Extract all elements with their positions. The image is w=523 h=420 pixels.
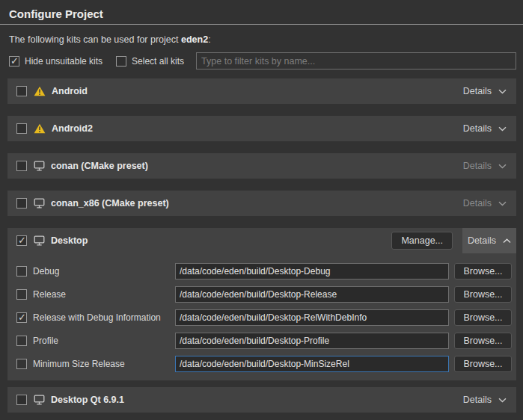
chevron-down-icon [498, 398, 507, 403]
chevron-down-icon [498, 89, 507, 94]
kit-row[interactable]: Android Details [7, 78, 516, 104]
kit-name: Android [52, 86, 88, 96]
kit-block-conan-x86: conan_x86 (CMake preset) Details [7, 191, 516, 216]
kit-block-desktop-qt: Desktop Qt 6.9.1 Details [7, 387, 516, 413]
description-suffix: : [208, 34, 210, 45]
kit-block-android2: Android2 Details [7, 116, 516, 141]
kit-checkbox[interactable] [16, 123, 27, 134]
build-config-list: Debug Browse... Release Browse... Releas… [7, 253, 516, 380]
kit-filter-input[interactable] [196, 52, 516, 70]
details-toggle[interactable]: Details [453, 116, 516, 141]
warning-icon [34, 86, 46, 96]
build-config-row-relwithdebinfo: Release with Debug Information Browse... [16, 309, 512, 326]
kit-filter-controls: Hide unsuitable kits Select all kits [9, 52, 516, 70]
page-title: Configure Project [9, 7, 514, 20]
kit-checkbox[interactable] [16, 198, 27, 209]
chevron-down-icon [498, 164, 507, 169]
kit-row[interactable]: Desktop Manage... Details [7, 228, 516, 253]
warning-icon [34, 123, 46, 134]
hide-unsuitable-kits-checkbox[interactable] [9, 56, 19, 67]
project-name: eden2 [181, 34, 208, 45]
kit-block-android: Android Details [7, 78, 516, 104]
build-dir-input[interactable] [175, 309, 449, 326]
kit-name: Desktop Qt 6.9.1 [51, 395, 124, 405]
manage-button[interactable]: Manage... [391, 232, 453, 250]
build-dir-input[interactable] [175, 333, 449, 349]
kit-block-desktop: Desktop Manage... Details Debug Browse..… [7, 228, 516, 380]
kit-checkbox[interactable] [16, 86, 27, 96]
desktop-icon [34, 161, 45, 171]
kit-name: conan_x86 (CMake preset) [51, 198, 169, 209]
description-prefix: The following kits can be used for proje… [9, 34, 181, 45]
details-toggle[interactable]: Details [453, 191, 516, 216]
details-toggle[interactable]: Details [453, 153, 516, 179]
kit-name: Desktop [51, 235, 88, 246]
kit-row[interactable]: conan_x86 (CMake preset) Details [7, 191, 516, 216]
select-all-kits-label: Select all kits [132, 56, 184, 67]
build-config-label: Minimum Size Release [33, 359, 175, 369]
details-toggle[interactable]: Details [453, 387, 516, 413]
desktop-icon [34, 198, 45, 209]
build-config-row-debug: Debug Browse... [16, 263, 512, 280]
titlebar: Configure Project [0, 0, 523, 25]
build-dir-input[interactable] [175, 263, 449, 280]
browse-button[interactable]: Browse... [454, 333, 512, 349]
browse-button[interactable]: Browse... [454, 356, 512, 372]
build-config-label: Debug [33, 266, 175, 277]
build-config-label: Release [33, 289, 175, 300]
build-config-row-release: Release Browse... [16, 286, 512, 303]
kit-list: Android Details Android2 Details [0, 78, 523, 413]
kit-checkbox[interactable] [16, 161, 27, 171]
details-toggle[interactable]: Details [462, 228, 516, 253]
build-dir-input[interactable] [175, 286, 449, 303]
build-config-checkbox[interactable] [16, 266, 27, 277]
build-config-checkbox[interactable] [16, 359, 27, 369]
build-dir-input-focused[interactable] [175, 356, 449, 372]
desktop-icon [34, 235, 45, 246]
build-config-row-minsizerel: Minimum Size Release Browse... [16, 356, 512, 372]
details-toggle[interactable]: Details [453, 78, 516, 104]
details-label: Details [463, 86, 492, 96]
build-config-checkbox[interactable] [16, 336, 27, 346]
hide-unsuitable-kits-option[interactable]: Hide unsuitable kits [9, 56, 103, 67]
kits-description: The following kits can be used for proje… [9, 34, 514, 45]
kit-row[interactable]: Desktop Qt 6.9.1 Details [7, 387, 516, 413]
build-config-label: Profile [33, 336, 175, 346]
kit-checkbox[interactable] [16, 395, 27, 405]
kit-checkbox[interactable] [16, 235, 27, 246]
build-config-row-profile: Profile Browse... [16, 333, 512, 349]
details-label: Details [463, 395, 492, 405]
details-label: Details [468, 235, 496, 246]
kit-name: conan (CMake preset) [51, 161, 148, 171]
details-label: Details [463, 161, 492, 171]
browse-button[interactable]: Browse... [454, 309, 512, 326]
select-all-kits-checkbox[interactable] [116, 56, 126, 67]
kit-row[interactable]: Android2 Details [7, 116, 516, 141]
build-config-label: Release with Debug Information [33, 312, 175, 323]
select-all-kits-option[interactable]: Select all kits [116, 56, 184, 67]
hide-unsuitable-kits-label: Hide unsuitable kits [25, 56, 103, 67]
chevron-up-icon [503, 238, 511, 244]
details-label: Details [463, 123, 492, 134]
desktop-icon [34, 395, 45, 405]
kit-name: Android2 [52, 123, 93, 134]
build-config-checkbox[interactable] [16, 289, 27, 300]
kit-block-conan: conan (CMake preset) Details [7, 153, 516, 179]
browse-button[interactable]: Browse... [454, 286, 512, 303]
chevron-down-icon [498, 126, 507, 132]
build-config-checkbox[interactable] [16, 312, 27, 323]
browse-button[interactable]: Browse... [454, 263, 512, 280]
details-label: Details [463, 198, 492, 209]
chevron-down-icon [498, 201, 507, 206]
kit-row[interactable]: conan (CMake preset) Details [7, 153, 516, 179]
